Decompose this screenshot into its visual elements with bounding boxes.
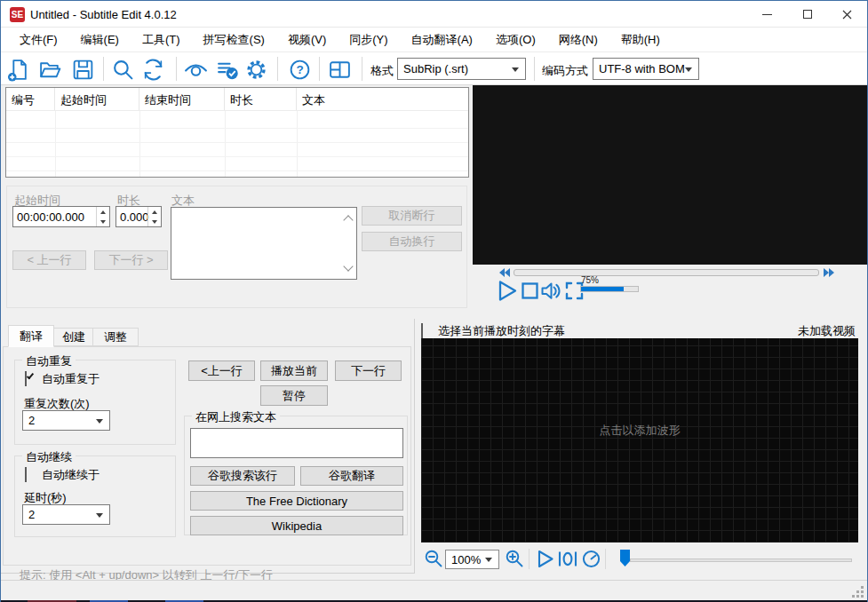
unbreak-button[interactable]: 取消断行 bbox=[362, 206, 462, 226]
resize-grip-icon[interactable] bbox=[861, 595, 864, 598]
spin-up-icon[interactable] bbox=[152, 210, 157, 214]
settings-button[interactable] bbox=[243, 56, 269, 83]
stop-icon[interactable] bbox=[521, 281, 539, 300]
edit-panel: 起始时间 00:00:00.000 时长 0.000 文本 取消断行 自动换行 … bbox=[6, 186, 467, 308]
slider-thumb[interactable] bbox=[620, 550, 630, 566]
auto-continue-group: 自动继续 自动继续于 延时(秒) 2 bbox=[14, 455, 176, 537]
chevron-down-icon bbox=[96, 419, 103, 424]
menu-network[interactable]: 网络(N) bbox=[547, 28, 609, 51]
start-time-spinner[interactable]: 00:00:00.000 bbox=[12, 206, 110, 227]
table-row bbox=[6, 170, 468, 171]
spin-down-icon[interactable] bbox=[100, 220, 106, 224]
zoom-in-icon[interactable] bbox=[505, 549, 524, 569]
encoding-label: 编码方式 bbox=[542, 63, 588, 79]
rewind-icon[interactable] bbox=[498, 268, 511, 277]
auto-repeat-checkbox[interactable] bbox=[25, 371, 27, 386]
duration-spinner[interactable]: 0.000 bbox=[115, 206, 162, 227]
video-display[interactable] bbox=[473, 85, 867, 265]
spin-up-icon[interactable] bbox=[100, 210, 106, 214]
play-from-start-icon[interactable] bbox=[557, 549, 578, 569]
menu-file[interactable]: 文件(F) bbox=[8, 28, 69, 51]
spin-down-icon[interactable] bbox=[152, 220, 157, 224]
menu-spellcheck[interactable]: 拼写检查(S) bbox=[192, 28, 276, 51]
repeat-count-select[interactable]: 2 bbox=[22, 410, 110, 431]
layout-button[interactable] bbox=[326, 56, 353, 83]
help-button[interactable]: ? bbox=[286, 56, 313, 83]
column-end-time[interactable]: 结束时间 bbox=[139, 88, 225, 110]
menu-edit[interactable]: 编辑(E) bbox=[69, 28, 131, 51]
wikipedia-button[interactable]: Wikipedia bbox=[190, 516, 403, 535]
seek-bar[interactable] bbox=[514, 269, 819, 276]
menu-options[interactable]: 选项(O) bbox=[484, 28, 547, 51]
video-status-label: 未加载视频 bbox=[798, 323, 856, 339]
menu-autotranslate[interactable]: 自动翻译(A) bbox=[400, 28, 484, 51]
volume-percent-label: 75% bbox=[581, 275, 599, 285]
new-file-button[interactable] bbox=[4, 56, 31, 83]
open-file-button[interactable] bbox=[36, 56, 63, 83]
waveform-display[interactable]: 点击以添加波形 bbox=[421, 338, 858, 543]
select-current-label: 选择当前播放时刻的字幕 bbox=[438, 323, 565, 339]
previous-line-button[interactable]: < 上一行 bbox=[12, 250, 86, 270]
menu-video[interactable]: 视频(V) bbox=[276, 28, 338, 51]
scroll-down-icon[interactable] bbox=[343, 261, 353, 271]
forward-icon[interactable] bbox=[823, 268, 835, 277]
visual-sync-button[interactable] bbox=[182, 56, 209, 83]
toolbar-separator bbox=[529, 549, 530, 569]
menu-tools[interactable]: 工具(T) bbox=[131, 28, 192, 51]
play-current-button[interactable]: 播放当前 bbox=[260, 360, 328, 381]
tab-adjust[interactable]: 调整 bbox=[92, 328, 139, 346]
toolbar-separator bbox=[176, 57, 177, 81]
google-search-button[interactable]: 谷歌搜索该行 bbox=[190, 466, 295, 486]
waveform-position-slider[interactable] bbox=[630, 558, 852, 562]
web-search-input[interactable] bbox=[190, 428, 403, 458]
menu-help[interactable]: 帮助(H) bbox=[609, 28, 672, 51]
column-text[interactable]: 文本 bbox=[297, 88, 468, 110]
next-line-button[interactable]: 下一行 > bbox=[94, 250, 168, 270]
toolbar-separator bbox=[534, 57, 535, 81]
spell-check-icon bbox=[216, 58, 240, 82]
minimize-button[interactable] bbox=[747, 1, 787, 28]
pause-button[interactable]: 暂停 bbox=[260, 385, 328, 406]
tab-create[interactable]: 创建 bbox=[51, 328, 97, 346]
auto-repeat-group: 自动重复 自动重复于 重复次数(次) 2 bbox=[14, 360, 176, 445]
close-button[interactable] bbox=[827, 1, 867, 28]
autobreak-button[interactable]: 自动换行 bbox=[362, 232, 462, 251]
free-dictionary-button[interactable]: The Free Dictionary bbox=[190, 491, 403, 511]
column-duration[interactable]: 时长 bbox=[225, 88, 297, 110]
play-next-button[interactable]: 下一行 bbox=[335, 360, 402, 381]
menu-sync[interactable]: 同步(Y) bbox=[338, 28, 399, 51]
subtitle-text-area[interactable] bbox=[171, 207, 357, 280]
format-select[interactable]: SubRip (.srt) bbox=[397, 58, 526, 80]
play-previous-button[interactable]: <上一行 bbox=[188, 360, 255, 381]
tab-translate[interactable]: 翻译 bbox=[8, 325, 54, 347]
volume-slider[interactable] bbox=[580, 286, 639, 292]
delay-select[interactable]: 2 bbox=[22, 504, 110, 525]
maximize-icon bbox=[803, 10, 812, 19]
google-translate-button[interactable]: 谷歌翻译 bbox=[300, 466, 403, 486]
scroll-up-icon[interactable] bbox=[343, 215, 353, 225]
auto-repeat-title: 自动重复 bbox=[22, 353, 76, 369]
column-number[interactable]: 编号 bbox=[6, 88, 55, 110]
app-logo-icon: SE bbox=[10, 7, 25, 22]
web-search-group: 在网上搜索文本 谷歌搜索该行 谷歌翻译 The Free Dictionary … bbox=[184, 416, 408, 535]
save-button[interactable] bbox=[69, 56, 96, 83]
waveform-zoom-select[interactable]: 100% bbox=[445, 550, 499, 569]
column-divider bbox=[225, 111, 226, 177]
svg-text:?: ? bbox=[296, 63, 303, 76]
find-button[interactable] bbox=[109, 56, 136, 83]
chevron-down-icon bbox=[685, 67, 692, 72]
encoding-select[interactable]: UTF-8 with BOM bbox=[593, 58, 699, 80]
auto-continue-checkbox[interactable] bbox=[25, 467, 27, 482]
zoom-out-icon[interactable] bbox=[424, 549, 443, 569]
minimize-icon bbox=[762, 14, 772, 15]
select-current-checkbox[interactable] bbox=[421, 323, 423, 338]
play-icon[interactable] bbox=[495, 279, 519, 303]
subtitle-list-header: 编号 起始时间 结束时间 时长 文本 bbox=[6, 88, 468, 111]
speed-gauge-icon[interactable] bbox=[581, 549, 601, 569]
column-start-time[interactable]: 起始时间 bbox=[55, 88, 139, 110]
volume-icon[interactable] bbox=[540, 280, 563, 302]
replace-button[interactable] bbox=[139, 56, 166, 83]
maximize-button[interactable] bbox=[787, 1, 827, 28]
waveform-play-icon[interactable] bbox=[535, 549, 555, 569]
spell-check-button[interactable] bbox=[214, 56, 241, 83]
